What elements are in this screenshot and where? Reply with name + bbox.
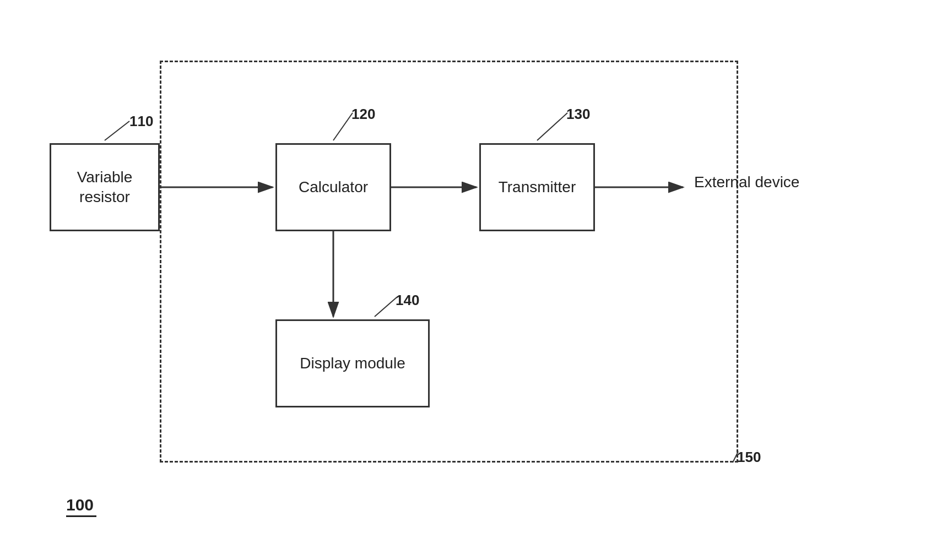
outer-dashed-box-150 [160,61,738,463]
transmitter-box: Transmitter [479,143,595,231]
display-module-box: Display module [275,319,430,407]
ref-140: 140 [396,292,419,309]
ref-150: 150 [737,449,761,466]
svg-line-5 [105,121,129,140]
variable-resistor-box: Variable resistor [50,143,160,231]
calculator-box: Calculator [275,143,391,231]
figure-number-container: 100 [66,496,96,517]
ref-110: 110 [129,113,153,130]
figure-number: 100 [66,496,96,517]
diagram-container: Variable resistor Calculator Transmitter… [33,28,887,507]
variable-resistor-label: Variable resistor [77,167,133,208]
ref-120: 120 [351,106,375,123]
calculator-label: Calculator [299,177,368,197]
transmitter-label: Transmitter [499,177,576,197]
variable-resistor-label-line1: Variable [77,168,133,186]
variable-resistor-label-line2: resistor [79,188,130,205]
ref-130: 130 [566,106,590,123]
display-module-label: Display module [300,354,405,373]
external-device-label: External device [694,173,799,191]
